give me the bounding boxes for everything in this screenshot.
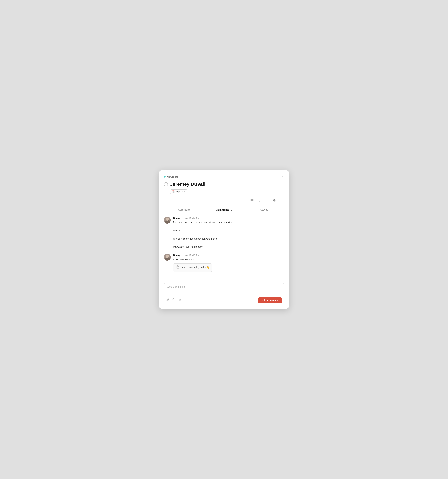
comments-badge: 2: [231, 208, 232, 211]
comment-item: Becky K. Mar 17 4:26 PM Freelance writer…: [164, 217, 284, 249]
comment-item: Becky K. Mar 17 4:27 PM Email from March…: [164, 254, 284, 272]
comment-time: Mar 17 4:27 PM: [185, 254, 199, 257]
task-title: Jeremey DuVall: [170, 181, 205, 187]
attachment-name: Fwd: Just saying hello! 👋: [182, 266, 209, 269]
attachment-card[interactable]: Fwd: Just saying hello! 👋: [173, 263, 212, 272]
avatar: [164, 217, 171, 224]
tab-activity[interactable]: Activity: [244, 206, 284, 213]
comment-toolbar-left: [166, 298, 181, 302]
comment-toolbar: Add Comment: [164, 296, 284, 305]
svg-point-16: [178, 299, 181, 301]
svg-point-10: [282, 200, 282, 201]
project-name: Networking: [167, 175, 178, 178]
comment-line: Freelance writer – covers productivity a…: [173, 220, 284, 225]
comment-author: Becky K.: [173, 254, 183, 257]
comment-input-area: Add Comment: [159, 280, 289, 309]
comment-input-box: Add Comment: [164, 283, 284, 305]
comment-text: Freelance writer – covers productivity a…: [173, 220, 284, 249]
comment-time: Mar 17 4:26 PM: [185, 217, 199, 220]
tab-activity-label: Activity: [260, 208, 268, 211]
voice-button[interactable]: [172, 298, 175, 302]
comment-body: Becky K. Mar 17 4:26 PM Freelance writer…: [173, 217, 284, 249]
tag-icon-btn[interactable]: [258, 198, 262, 203]
comment-line: May 2018 - Just had a baby: [173, 245, 284, 249]
avatar: [164, 254, 171, 261]
comment-meta: Becky K. Mar 17 4:26 PM: [173, 217, 284, 220]
tab-comments[interactable]: Comments 2: [204, 206, 244, 213]
close-button[interactable]: ×: [281, 174, 284, 179]
comment-body: Becky K. Mar 17 4:27 PM Email from March…: [173, 254, 284, 272]
tab-subtasks[interactable]: Sub-tasks: [164, 206, 204, 213]
comment-line: Email from March 2021: [173, 258, 284, 262]
comments-list: Becky K. Mar 17 4:26 PM Freelance writer…: [159, 213, 289, 280]
project-label-row: Networking ×: [164, 174, 284, 179]
flag-icon-btn[interactable]: [265, 198, 269, 203]
date-label: Sep 17: [176, 190, 183, 193]
comment-meta: Becky K. Mar 17 4:27 PM: [173, 254, 284, 257]
emoji-button[interactable]: [178, 298, 181, 302]
alarm-icon-btn[interactable]: [273, 198, 277, 203]
toolbar-icons: [164, 197, 284, 206]
comment-author: Becky K.: [173, 217, 183, 220]
task-complete-checkbox[interactable]: [164, 182, 168, 186]
comment-line: Lives in CO: [173, 229, 284, 233]
add-comment-button[interactable]: Add Comment: [258, 297, 282, 304]
comment-textarea[interactable]: [164, 283, 284, 295]
task-modal: Networking × Jeremey DuVall 📅 Sep 17 ↻: [159, 170, 289, 309]
tabs: Sub-tasks Comments 2 Activity: [164, 206, 284, 213]
more-options-btn[interactable]: [280, 198, 284, 203]
tab-subtasks-label: Sub-tasks: [178, 208, 190, 211]
calendar-icon: 📅: [172, 190, 175, 193]
project-dot: [164, 176, 166, 178]
modal-header: Networking × Jeremey DuVall 📅 Sep 17 ↻: [159, 170, 289, 213]
date-badge[interactable]: 📅 Sep 17 ↻: [170, 189, 187, 194]
svg-point-11: [283, 200, 283, 201]
comment-text: Email from March 2021: [173, 258, 284, 262]
comment-line: Works in customer support for Automattic: [173, 237, 284, 241]
attachment-file-icon: [176, 265, 180, 270]
recurrence-icon: ↻: [184, 191, 185, 193]
list-icon-btn[interactable]: [250, 198, 254, 203]
svg-point-9: [281, 200, 281, 201]
project-label: Networking: [164, 175, 178, 178]
tab-comments-label: Comments: [216, 208, 229, 211]
task-title-row: Jeremey DuVall: [164, 181, 284, 187]
attach-file-button[interactable]: [166, 298, 169, 302]
